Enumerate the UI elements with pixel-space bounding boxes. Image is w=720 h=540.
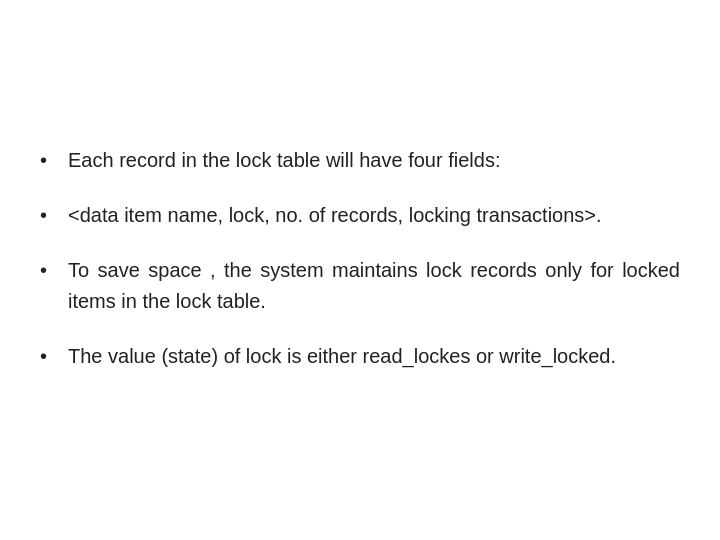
list-item: • To save space , the system maintains l… <box>40 255 680 317</box>
bullet-symbol: • <box>40 341 68 371</box>
bullet-text: To save space , the system maintains loc… <box>68 255 680 317</box>
bullet-symbol: • <box>40 255 68 285</box>
list-item: • <data item name, lock, no. of records,… <box>40 200 680 231</box>
bullet-text: The value (state) of lock is either read… <box>68 341 680 372</box>
bullet-symbol: • <box>40 145 68 175</box>
main-content: • Each record in the lock table will hav… <box>30 125 690 416</box>
bullet-text: <data item name, lock, no. of records, l… <box>68 200 680 231</box>
list-item: • Each record in the lock table will hav… <box>40 145 680 176</box>
list-item: • The value (state) of lock is either re… <box>40 341 680 372</box>
bullet-text: Each record in the lock table will have … <box>68 145 680 176</box>
bullet-symbol: • <box>40 200 68 230</box>
